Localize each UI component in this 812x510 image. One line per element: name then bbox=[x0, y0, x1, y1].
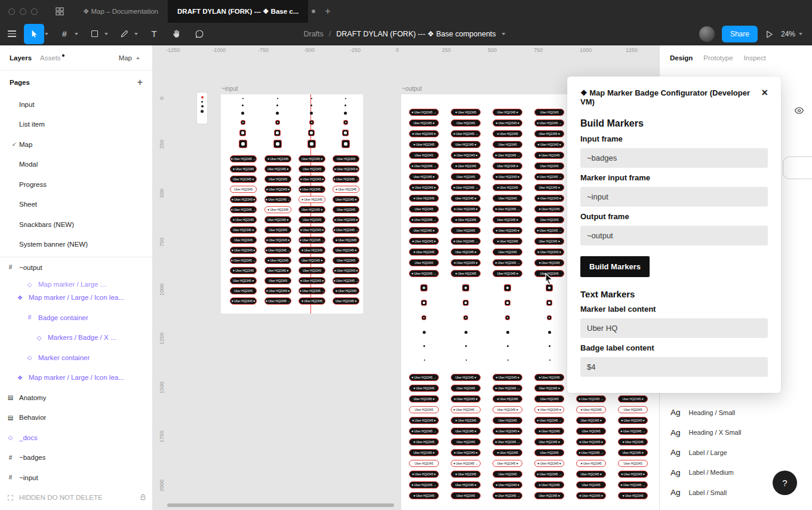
badge-pill[interactable]: ♥ Uber HQ2345 → bbox=[534, 173, 564, 180]
badge-pill[interactable]: ♥ Uber HQ2345 → bbox=[230, 206, 257, 213]
badge-pill[interactable]: ♥ Uber HQ2345 → bbox=[409, 162, 439, 170]
badge-pill[interactable]: Uber HQ2345 ♥ bbox=[493, 162, 522, 170]
layer-item[interactable]: ◇_docs bbox=[0, 428, 152, 448]
text-style-row[interactable]: AgHeading / X Small bbox=[660, 423, 812, 443]
badge-pill[interactable]: ♥ Uber HQ2345 → bbox=[299, 186, 325, 193]
badge-pill[interactable]: ♥ Uber HQ2345 ♥ bbox=[576, 438, 606, 446]
badge-pill[interactable]: ♥ Uber HQ2345 bbox=[493, 184, 522, 191]
help-button[interactable]: ? bbox=[773, 471, 797, 495]
marker-dot-icon[interactable] bbox=[423, 345, 425, 347]
page-item[interactable]: List item bbox=[0, 115, 152, 135]
badge-pill[interactable]: Uber HQ2345 bbox=[230, 287, 257, 294]
badge-pill[interactable]: ♥ Uber HQ2345 → bbox=[451, 460, 481, 467]
badge-pill[interactable]: ♥ Uber HQ2345 → bbox=[451, 238, 481, 245]
badge-pill[interactable]: ♥ Uber HQ2345 → bbox=[618, 481, 648, 489]
marker-dot-icon[interactable] bbox=[465, 331, 467, 334]
badge-pill[interactable]: Uber HQ2345 ♥ bbox=[264, 216, 291, 223]
marker-icon[interactable] bbox=[462, 284, 469, 291]
badge-pill[interactable]: ♥ Uber HQ2345 → bbox=[451, 184, 481, 191]
badge-pill[interactable]: Uber HQ2345 bbox=[618, 460, 648, 467]
badge-pill[interactable]: Uber HQ2345 bbox=[409, 205, 439, 213]
badge-pill[interactable]: Uber HQ2345 ♥ bbox=[264, 165, 291, 173]
layer-item[interactable]: ▤Behavior bbox=[0, 408, 152, 428]
marker-icon[interactable] bbox=[546, 300, 552, 306]
badge-pill[interactable]: ♥ Uber HQ2345 ♥ bbox=[534, 141, 564, 148]
badge-pill[interactable]: ♥ Uber HQ2345 → bbox=[534, 119, 564, 127]
close-window-button[interactable] bbox=[8, 8, 15, 15]
marker-icon[interactable] bbox=[239, 140, 247, 148]
badge-pill[interactable]: ♥ Uber HQ2345 → bbox=[576, 395, 606, 403]
badge-pill[interactable]: ♥ Uber HQ2345 ♥ bbox=[493, 428, 522, 435]
page-item[interactable]: Progress bbox=[0, 174, 152, 195]
badge-pill[interactable]: Uber HQ2345 bbox=[576, 428, 606, 435]
marker-dot-icon[interactable] bbox=[549, 360, 550, 361]
badge-pill[interactable]: Uber HQ2345 bbox=[264, 176, 291, 183]
marker-icon[interactable] bbox=[274, 130, 281, 136]
tab-layers[interactable]: Layers bbox=[10, 54, 32, 62]
marker-dot-icon[interactable] bbox=[345, 98, 346, 99]
badge-pill[interactable]: Uber HQ2345 bbox=[299, 216, 325, 223]
badge-pill[interactable]: ♥ Uber HQ2345 ♥ bbox=[299, 226, 325, 234]
main-menu-button[interactable] bbox=[0, 23, 24, 45]
comment-tool-button[interactable] bbox=[190, 24, 209, 44]
badge-pill[interactable]: Uber HQ2345 ♥ bbox=[409, 119, 439, 127]
pen-tool-button[interactable] bbox=[115, 24, 134, 44]
badge-pill[interactable]: Uber HQ2345 ♥ bbox=[618, 395, 648, 403]
badge-pill[interactable]: Uber HQ2345 bbox=[534, 449, 564, 456]
badge-pill[interactable]: ♥ Uber HQ2345 ♥ bbox=[618, 471, 648, 478]
badge-pill[interactable]: Uber HQ2345 ♥ bbox=[409, 449, 439, 456]
marker-dot-icon[interactable] bbox=[423, 331, 426, 334]
text-tool-button[interactable]: T bbox=[144, 24, 164, 44]
badge-pill[interactable]: ♥ Uber HQ2345 ♥ bbox=[493, 173, 522, 180]
badge-pill[interactable]: Uber HQ2345 ♥ bbox=[534, 438, 564, 446]
badge-pill[interactable]: ♥ Uber HQ2345 bbox=[534, 374, 564, 381]
badge-pill[interactable]: ♥ Uber HQ2345 → bbox=[534, 227, 564, 234]
marker-dot-icon[interactable] bbox=[276, 105, 278, 106]
badge-pill[interactable]: ♥ Uber HQ2345 bbox=[299, 247, 325, 254]
badge-pill[interactable]: ♥ Uber HQ2345 bbox=[493, 130, 522, 137]
chevron-down-icon[interactable] bbox=[134, 33, 138, 35]
badge-pill[interactable]: ♥ Uber HQ2345 ♥ bbox=[264, 287, 291, 294]
badge-pill[interactable]: Uber HQ2345 ♥ bbox=[618, 449, 648, 456]
badge-pill[interactable]: ♥ Uber HQ2345 ♥ bbox=[264, 186, 291, 193]
marker-label-content-field[interactable] bbox=[580, 318, 768, 338]
page-item[interactable]: Snackbars (NEW) bbox=[0, 214, 152, 235]
badge-pill[interactable]: ♥ Uber HQ2345 ♥ bbox=[299, 176, 325, 183]
badge-pill[interactable]: Uber HQ2345 ♥ bbox=[333, 196, 359, 203]
badge-pill[interactable]: Uber HQ2345 ♥ bbox=[534, 238, 564, 245]
badge-pill[interactable]: ♥ Uber HQ2345 ♥ bbox=[618, 417, 648, 424]
badge-pill[interactable]: Uber HQ2345 ♥ bbox=[409, 227, 439, 234]
marker-icon[interactable] bbox=[505, 315, 510, 320]
badge-pill[interactable]: ♥ Uber HQ2345 bbox=[230, 267, 257, 274]
close-icon[interactable]: × bbox=[761, 87, 768, 98]
badge-pill[interactable]: Uber HQ2345 bbox=[299, 267, 325, 274]
badge-pill[interactable]: ♥ Uber HQ2345 → bbox=[409, 374, 439, 381]
marker-icon[interactable] bbox=[463, 315, 468, 320]
marker-dot-icon[interactable] bbox=[241, 112, 244, 115]
marker-icon[interactable] bbox=[307, 140, 316, 148]
badge-pill[interactable]: Uber HQ2345 ♥ bbox=[264, 267, 291, 274]
build-markers-button[interactable]: Build Markers bbox=[580, 256, 650, 277]
badge-pill[interactable]: Uber HQ2345 bbox=[451, 492, 481, 499]
badge-pill[interactable]: ♥ Uber HQ2345 bbox=[534, 259, 564, 266]
marker-icon[interactable] bbox=[273, 140, 282, 148]
badge-pill[interactable]: Uber HQ2345 bbox=[333, 155, 359, 162]
badge-pill[interactable]: ♥ Uber HQ2345 → bbox=[451, 130, 481, 137]
badge-pill[interactable]: Uber HQ2345 bbox=[333, 257, 359, 264]
badge-pill[interactable]: ♥ Uber HQ2345 → bbox=[534, 471, 564, 478]
badge-pill[interactable]: ♥ Uber HQ2345 ♥ bbox=[264, 236, 291, 244]
badge-pill[interactable]: ♥ Uber HQ2345 → bbox=[534, 417, 564, 424]
marker-dot-icon[interactable] bbox=[310, 112, 313, 115]
breadcrumb-drafts[interactable]: Drafts bbox=[303, 30, 323, 38]
layer-item[interactable]: HIDDEN DO NOT DELETE bbox=[0, 488, 152, 508]
badge-pill[interactable]: ♥ Uber HQ2345 ♥ bbox=[534, 406, 564, 413]
badge-pill[interactable]: Uber HQ2345 ♥ bbox=[230, 226, 257, 234]
badge-pill[interactable]: Uber HQ2345 bbox=[534, 109, 564, 116]
badge-pill[interactable]: ♥ Uber HQ2345 → bbox=[493, 205, 522, 213]
badge-pill[interactable]: Uber HQ2345 ♥ bbox=[230, 176, 257, 183]
badge-pill[interactable]: ♥ Uber HQ2345 ♥ bbox=[493, 374, 522, 381]
badge-pill[interactable]: Uber HQ2345 ♥ bbox=[451, 428, 481, 435]
tab-inspect[interactable]: Inspect bbox=[744, 54, 766, 62]
badge-pill[interactable]: ♥ Uber HQ2345 ♥ bbox=[299, 277, 325, 284]
marker-icon[interactable] bbox=[239, 130, 246, 136]
